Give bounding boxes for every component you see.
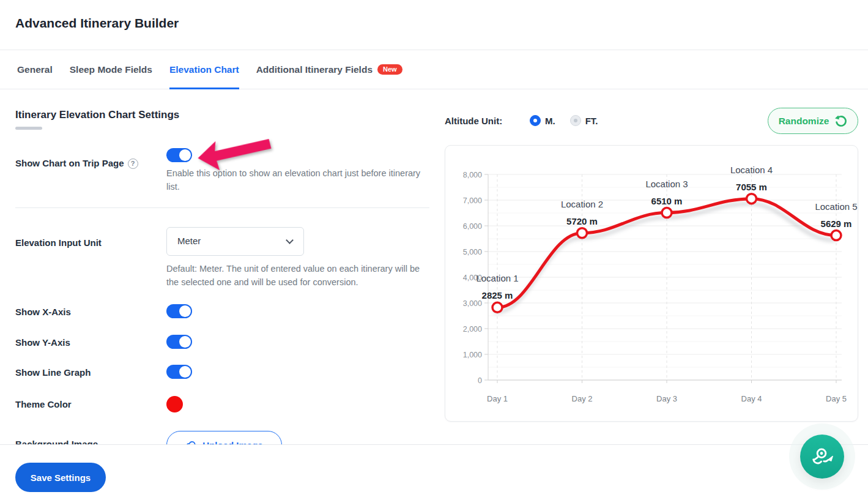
radio-m[interactable]	[530, 115, 541, 126]
svg-text:7,000: 7,000	[463, 196, 482, 205]
help-icon[interactable]: ?	[128, 159, 138, 169]
svg-text:3,000: 3,000	[463, 299, 482, 308]
radio-m-label: M.	[545, 116, 555, 126]
show-chart-label: Show Chart on Trip Page?	[15, 158, 138, 169]
tab-elevation-chart[interactable]: Elevation Chart	[169, 50, 239, 89]
tab-label: Elevation Chart	[169, 64, 239, 75]
svg-text:6,000: 6,000	[463, 222, 482, 231]
theme-color-swatch[interactable]	[166, 396, 183, 412]
svg-text:Day 3: Day 3	[656, 394, 677, 403]
svg-text:Location 2: Location 2	[561, 199, 603, 209]
show-x-axis-toggle[interactable]	[166, 304, 192, 318]
tab-general[interactable]: General	[17, 50, 53, 89]
svg-text:2,000: 2,000	[463, 325, 482, 334]
section-title: Itinerary Elevation Chart Settings	[15, 109, 179, 121]
show-chart-description: Enable this option to show an elevation …	[166, 166, 432, 193]
new-badge: New	[377, 64, 402, 75]
page-title: Advanced Itinerary Builder	[15, 16, 179, 31]
svg-text:Day 1: Day 1	[487, 394, 508, 403]
chevron-down-icon	[286, 236, 294, 244]
input-unit-label: Elevation Input Unit	[15, 237, 102, 248]
tab-additional-itinerary-fields[interactable]: Additional Itinerary Fields New	[256, 50, 402, 89]
section-underline	[15, 127, 42, 130]
svg-text:5,000: 5,000	[463, 248, 482, 256]
elevation-chart: 8,0007,0006,0005,0004,0003,0002,0001,000…	[445, 146, 859, 421]
svg-text:Location 5: Location 5	[815, 201, 857, 212]
svg-text:0: 0	[478, 376, 482, 385]
input-unit-value: Meter	[177, 236, 201, 246]
tab-label: Sleep Mode Fields	[70, 64, 152, 75]
chart-point[interactable]	[492, 302, 502, 312]
chart-point[interactable]	[831, 231, 841, 241]
svg-text:Location 1: Location 1	[476, 273, 518, 283]
altitude-unit-options: M. FT.	[530, 115, 598, 126]
tab-bar: General Sleep Mode Fields Elevation Char…	[0, 50, 868, 89]
radio-option-ft[interactable]: FT.	[570, 115, 598, 126]
rotate-ccw-icon	[834, 114, 847, 127]
show-chart-toggle[interactable]	[166, 148, 192, 162]
input-unit-select[interactable]: Meter	[166, 227, 304, 256]
theme-color-label: Theme Color	[15, 399, 72, 409]
svg-text:8,000: 8,000	[463, 171, 482, 179]
radio-option-m[interactable]: M.	[530, 115, 555, 126]
footer-bar: Save Settings	[0, 444, 868, 500]
altitude-unit-label: Altitude Unit:	[445, 116, 502, 126]
svg-text:Location 4: Location 4	[730, 165, 773, 175]
input-unit-description: Default: Meter. The unit of entered valu…	[166, 262, 426, 289]
tab-sleep-mode-fields[interactable]: Sleep Mode Fields	[70, 50, 152, 89]
svg-text:7055 m: 7055 m	[736, 182, 767, 192]
randomize-button[interactable]: Randomize	[768, 108, 858, 134]
show-y-axis-toggle[interactable]	[166, 335, 192, 349]
svg-text:Day 2: Day 2	[572, 394, 593, 403]
row-divider	[15, 207, 429, 208]
travel-logo-fab[interactable]	[800, 435, 844, 479]
show-line-graph-label: Show Line Graph	[15, 367, 91, 378]
svg-text:5629 m: 5629 m	[821, 218, 852, 229]
tab-label: Additional Itinerary Fields	[256, 64, 373, 75]
tab-label: General	[17, 64, 53, 75]
svg-text:6510 m: 6510 m	[651, 196, 683, 206]
elevation-chart-card: 8,0007,0006,0005,0004,0003,0002,0001,000…	[445, 145, 858, 422]
svg-text:Day 5: Day 5	[826, 394, 847, 403]
radio-ft-label: FT.	[585, 116, 598, 126]
svg-text:2825 m: 2825 m	[482, 290, 513, 300]
pin-plane-logo-icon	[809, 444, 835, 469]
show-line-graph-toggle[interactable]	[166, 365, 192, 379]
radio-ft[interactable]	[570, 115, 581, 126]
page-header: Advanced Itinerary Builder	[0, 0, 868, 50]
chart-point[interactable]	[662, 208, 672, 218]
svg-text:Day 4: Day 4	[741, 394, 762, 403]
svg-text:1,000: 1,000	[463, 351, 482, 359]
save-settings-button[interactable]: Save Settings	[15, 463, 106, 492]
svg-text:5720 m: 5720 m	[566, 216, 598, 226]
chart-point[interactable]	[577, 228, 587, 238]
randomize-label: Randomize	[779, 116, 829, 127]
show-y-axis-label: Show Y-Axis	[15, 337, 70, 348]
show-x-axis-label: Show X-Axis	[15, 307, 71, 317]
chart-point[interactable]	[747, 194, 757, 204]
svg-text:Location 3: Location 3	[645, 179, 688, 189]
